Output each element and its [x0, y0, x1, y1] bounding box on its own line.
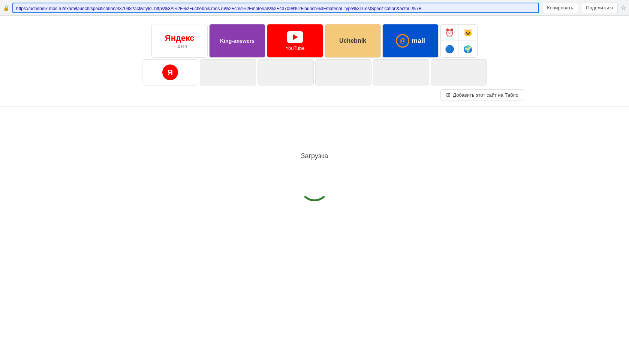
- loading-area: Загрузка: [0, 107, 629, 201]
- lock-icon: 🔒: [3, 5, 9, 11]
- yandex-circle-icon: Я: [162, 64, 178, 80]
- bookmark-empty-2[interactable]: [258, 59, 314, 85]
- small-icon-earth[interactable]: 🌍: [459, 41, 477, 57]
- add-site-icon: ⊞: [446, 92, 451, 98]
- bookmark-yandex-2[interactable]: Я: [142, 59, 198, 85]
- add-site-button[interactable]: ⊞ Добавить этот сайт на Табло: [440, 89, 524, 100]
- bookmark-empty-5[interactable]: [431, 59, 487, 85]
- loading-spinner: [300, 171, 329, 201]
- bookmark-uchebnik[interactable]: Uchebnik: [325, 24, 381, 58]
- url-field[interactable]: https://uchebnik.mos.ru/exam/launch/spec…: [12, 3, 539, 13]
- share-button[interactable]: Поделиться: [581, 3, 618, 13]
- bookmark-mail[interactable]: @ mail: [382, 24, 439, 58]
- newtab-area: Яндекс → Дзен King-answers YouTube Ucheb…: [0, 16, 629, 201]
- add-site-container: ⊞ Добавить этот сайт на Табло: [0, 86, 629, 100]
- king-answers-label: King-answers: [220, 38, 255, 44]
- small-icon-cat[interactable]: 🐱: [459, 24, 477, 41]
- yandex-dzen-link: → Дзен: [172, 44, 187, 48]
- bookmark-empty-4[interactable]: [373, 59, 429, 85]
- bookmarks-row1: Яндекс → Дзен King-answers YouTube Ucheb…: [151, 23, 478, 58]
- bookmarks-row2: Я: [141, 58, 488, 86]
- mail-at-icon: @: [396, 34, 409, 48]
- bookmark-king-answers[interactable]: King-answers: [209, 24, 265, 58]
- small-icon-blue[interactable]: 🔵: [440, 41, 459, 57]
- mail-logo-wrap: @ mail: [396, 34, 425, 48]
- address-bar: 🔒 https://uchebnik.mos.ru/exam/launch/sp…: [0, 0, 629, 16]
- copy-button[interactable]: Копировать: [542, 3, 578, 13]
- bookmark-youtube[interactable]: YouTube: [267, 24, 323, 58]
- small-icon-timer[interactable]: ⏰: [440, 24, 459, 41]
- youtube-icon: [287, 31, 303, 43]
- youtube-play-icon: [293, 34, 298, 40]
- mail-label: mail: [412, 37, 425, 45]
- bookmark-empty-1[interactable]: [200, 59, 256, 85]
- loading-text: Загрузка: [301, 152, 328, 160]
- bookmark-yandex[interactable]: Яндекс → Дзен: [151, 24, 208, 58]
- youtube-label: YouTube: [285, 45, 304, 51]
- bookmark-empty-3[interactable]: [315, 59, 371, 85]
- bookmark-star-icon[interactable]: ☆: [621, 4, 626, 11]
- add-site-label: Добавить этот сайт на Табло: [453, 92, 518, 98]
- uchebnik-label: Uchebnik: [339, 37, 366, 44]
- small-icons-grid: ⏰ 🐱 🔵 🌍: [440, 24, 478, 58]
- yandex-logo: Яндекс: [165, 33, 194, 43]
